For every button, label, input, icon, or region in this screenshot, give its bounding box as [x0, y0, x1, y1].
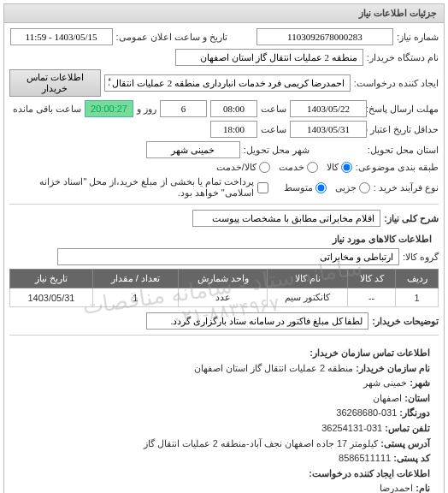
validity-time-input[interactable]: [210, 121, 257, 138]
c-address-label: آدرس پستی:: [380, 438, 430, 448]
th-2: نام کالا: [268, 270, 348, 288]
contact-info-block: اطلاعات تماس سازمان خریدار: نام سازمان خ…: [9, 341, 439, 493]
c-phone-value: 031-36254131: [321, 423, 382, 433]
row-validity: حداقل تاریخ اعتبار قیمت: تا تاریخ: ساعت: [9, 121, 439, 138]
panel-body: شماره نیاز: تاریخ و ساعت اعلان عمومی: نا…: [4, 23, 444, 493]
treasury-checkbox[interactable]: [257, 182, 268, 193]
th-5: تاریخ نیاز: [10, 270, 93, 288]
contact-title: اطلاعات تماس سازمان خریدار:: [18, 346, 430, 361]
c-org-label: نام سازمان خریدار:: [356, 363, 430, 373]
c-phone-label: تلفن تماس:: [385, 423, 430, 433]
details-panel: جزئیات اطلاعات نیاز شماره نیاز: تاریخ و …: [3, 3, 445, 493]
cat-goods-option[interactable]: کالا: [327, 162, 352, 173]
validity-label: حداقل تاریخ اعتبار قیمت: تا تاریخ:: [370, 124, 439, 135]
deadline-label: مهلت ارسال پاسخ: تا تاریخ:: [370, 104, 439, 115]
c-fax-value: 031-36268680: [336, 407, 397, 418]
c-name-label: نام:: [416, 483, 430, 493]
c-postal-value: 8586511111: [339, 453, 391, 463]
panel-title: جزئیات اطلاعات نیاز: [4, 4, 444, 23]
divider-2: [9, 335, 439, 336]
c-city-value: خمینی شهر: [363, 377, 407, 388]
table-row[interactable]: 1 -- کانکتور سیم عدد 1 1403/05/31: [10, 288, 439, 307]
creator-input[interactable]: [104, 74, 351, 92]
c-address-value: کیلومتر 17 جاده اصفهان نجف آباد-منطقه 2 …: [144, 438, 379, 448]
pt-small-radio[interactable]: [359, 182, 370, 193]
table-header-row: ردیف کد کالا نام کالا واحد شمارش تعداد /…: [10, 270, 439, 288]
pt-medium-option[interactable]: متوسط: [284, 182, 327, 193]
creator-info-title: اطلاعات ایجاد کننده درخواست:: [18, 466, 430, 482]
th-0: ردیف: [396, 270, 439, 288]
pt-medium-radio[interactable]: [315, 182, 327, 193]
items-section-title: اطلاعات کالاهای مورد نیاز: [9, 230, 439, 248]
desc-input[interactable]: [192, 210, 380, 227]
row-category: طبقه بندی موضوعی: کالا خدمت کالا/خدمت: [9, 162, 439, 173]
purchase-type-label: نوع فرآیند خرید :: [374, 182, 439, 193]
c-name-value: احمدرضا: [380, 483, 413, 493]
category-radio-group: کالا خدمت کالا/خدمت: [216, 162, 352, 173]
announce-input[interactable]: [10, 28, 113, 45]
group-label: گروه کالا:: [403, 252, 439, 263]
countdown-badge: 20:00:27: [85, 100, 133, 117]
c-postal-label: کد پستی:: [393, 453, 430, 463]
row-buyer-note: توضیحات خریدار:: [9, 312, 439, 330]
req-number-input[interactable]: [256, 28, 393, 45]
td-5: 1403/05/31: [10, 288, 93, 307]
td-2: کانکتور سیم: [268, 288, 348, 307]
city-input[interactable]: [146, 141, 240, 158]
deadline-date-input[interactable]: [290, 100, 367, 117]
td-0: 1: [396, 288, 439, 307]
row-desc: شرح کلی نیاز:: [9, 210, 439, 227]
contact-button[interactable]: اطلاعات تماس خریدار: [9, 69, 101, 97]
c-city-label: شهر:: [410, 377, 430, 388]
td-3: عدد: [178, 288, 267, 307]
days-remain-input: [160, 100, 207, 117]
announce-label: تاریخ و ساعت اعلان عمومی:: [116, 32, 227, 43]
deadline-time-input[interactable]: [210, 100, 257, 117]
time-label-2: ساعت: [261, 124, 286, 135]
time-label-1: ساعت: [261, 104, 286, 115]
row-purchase-type: نوع فرآیند خرید : جزیی متوسط پرداخت تمام…: [9, 176, 439, 199]
group-input[interactable]: [57, 248, 399, 265]
city-label: شهر محل تحویل:: [244, 145, 309, 156]
category-label: طبقه بندی موضوعی:: [356, 162, 439, 173]
req-number-label: شماره نیاز:: [397, 32, 439, 43]
c-province-value: اصفهان: [373, 393, 402, 403]
row-creator: ایجاد کننده درخواست: اطلاعات تماس خریدار: [9, 69, 439, 97]
days-sep-label: روز و: [137, 104, 156, 115]
row-buyer: نام دستگاه خریدار:: [9, 49, 439, 66]
validity-date-input[interactable]: [290, 121, 367, 138]
c-org-value: منطقه 2 عملیات انتقال گاز استان اصفهان: [194, 363, 353, 373]
c-fax-label: دورنگار:: [399, 407, 430, 418]
remaining-label: ساعت باقی مانده: [13, 104, 81, 115]
divider-1: [9, 204, 439, 205]
cat-service-option[interactable]: خدمت: [279, 162, 318, 173]
purchase-type-radio-group: جزیی متوسط: [284, 182, 370, 193]
row-location: استان محل تحویل: شهر محل تحویل:: [9, 141, 439, 158]
desc-label: شرح کلی نیاز:: [384, 213, 439, 224]
th-1: کد کالا: [348, 270, 396, 288]
c-province-label: استان:: [404, 393, 430, 403]
buyer-label: نام دستگاه خریدار:: [367, 52, 439, 63]
buyer-note-input[interactable]: [146, 312, 368, 330]
td-1: --: [348, 288, 396, 307]
row-req-number: شماره نیاز: تاریخ و ساعت اعلان عمومی:: [9, 28, 439, 45]
row-group: گروه کالا:: [9, 248, 439, 265]
cat-goods-service-radio[interactable]: [259, 162, 270, 173]
row-deadline: مهلت ارسال پاسخ: تا تاریخ: ساعت روز و 20…: [9, 100, 439, 117]
cat-service-radio[interactable]: [307, 162, 318, 173]
pt-small-option[interactable]: جزیی: [335, 182, 370, 193]
th-3: واحد شمارش: [178, 270, 267, 288]
province-label: استان محل تحویل:: [368, 145, 439, 156]
buyer-note-label: توضیحات خریدار:: [372, 316, 439, 327]
treasury-checkbox-row: پرداخت تمام یا بخشی از مبلغ خرید،از محل …: [9, 176, 268, 199]
cat-goods-radio[interactable]: [341, 162, 352, 173]
th-4: تعداد / مقدار: [92, 270, 178, 288]
treasury-note: پرداخت تمام یا بخشی از مبلغ خرید،از محل …: [9, 176, 254, 199]
items-table: ردیف کد کالا نام کالا واحد شمارش تعداد /…: [9, 269, 439, 307]
buyer-input[interactable]: [175, 49, 363, 66]
creator-label: ایجاد کننده درخواست:: [354, 78, 439, 89]
td-4: 1: [92, 288, 178, 307]
cat-goods-service-option[interactable]: کالا/خدمت: [216, 162, 270, 173]
